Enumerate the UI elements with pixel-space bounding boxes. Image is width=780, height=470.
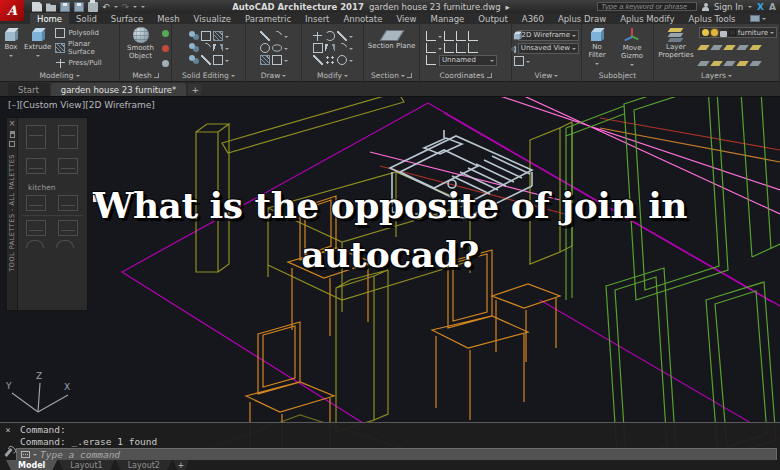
view-panel-label[interactable]: View: [512, 70, 581, 81]
union-icon[interactable]: [189, 31, 195, 37]
extrude-caret-icon[interactable]: [36, 55, 40, 59]
tab-layout1[interactable]: Layout1: [58, 460, 114, 470]
ribbon-tab-annotate[interactable]: Annotate: [336, 13, 389, 24]
ribbon-tab-insert[interactable]: Insert: [298, 13, 336, 24]
green-cabinets[interactable]: [566, 97, 780, 470]
rectangle-icon[interactable]: [272, 55, 282, 65]
press-pull-button[interactable]: Press/Pull: [55, 57, 117, 69]
move-gizmo-button[interactable]: Move Gizmo: [613, 26, 651, 70]
layer-match-icon[interactable]: [749, 45, 762, 50]
title-caret-icon[interactable]: ▸: [506, 2, 510, 12]
palette-tool-tall-cabinet-icon[interactable]: [58, 125, 78, 149]
application-menu-button[interactable]: A: [0, 0, 24, 21]
ribbon-tab-mesh[interactable]: Mesh: [150, 13, 186, 24]
ribbon-tab-output[interactable]: Output: [471, 13, 515, 24]
extract-edges-icon[interactable]: [201, 31, 211, 41]
ucs-caret-icon-2[interactable]: [438, 48, 442, 52]
palette-tool-cabinet-icon[interactable]: [26, 125, 46, 149]
ucs-name-dropdown[interactable]: Unnamed: [439, 55, 497, 66]
hatch-icon[interactable]: [260, 55, 270, 65]
ucs-z-axis-icon[interactable]: [456, 43, 466, 53]
ribbon-tab-view[interactable]: View: [389, 13, 423, 24]
modify-caret-icon-3[interactable]: [349, 60, 353, 64]
extrude-button[interactable]: Extrude: [23, 26, 52, 70]
command-close-icon[interactable]: ×: [5, 426, 10, 434]
arc-icon[interactable]: [270, 29, 284, 43]
ribbon-tab-aplus-modify[interactable]: Aplus Modify: [613, 13, 681, 24]
tab-layout2[interactable]: Layout2: [116, 460, 172, 470]
ribbon-tab-solid[interactable]: Solid: [69, 13, 104, 24]
layer-dropdown[interactable]: furniture: [699, 27, 777, 38]
mesh-panel-label[interactable]: Mesh: [120, 70, 171, 81]
ucs-caret-icon[interactable]: [438, 36, 442, 40]
layers-panel-label[interactable]: Layers: [654, 70, 779, 81]
layer-isolate-icon[interactable]: [697, 45, 710, 50]
sign-in-caret-icon[interactable]: [748, 6, 752, 10]
command-input-caret-icon[interactable]: [33, 454, 37, 458]
customize-wrench-icon[interactable]: [4, 448, 12, 457]
solid-edit-caret-icon-3[interactable]: [225, 60, 229, 64]
draw-caret-icon-3[interactable]: [284, 60, 288, 64]
ribbon-tab-parametric[interactable]: Parametric: [238, 13, 298, 24]
draw-caret-icon[interactable]: [284, 36, 288, 40]
section-plane-button[interactable]: Section Plane: [367, 26, 416, 70]
tab-model[interactable]: Model: [6, 460, 57, 470]
smooth-object-button[interactable]: Smooth Object: [122, 26, 159, 70]
palette-autohide-pin-icon[interactable]: [10, 131, 15, 138]
ribbon-tab-aplus-tools[interactable]: Aplus Tools: [681, 13, 742, 24]
imprint-icon[interactable]: [213, 31, 223, 41]
ucs-world-icon[interactable]: [444, 31, 454, 41]
layer-unlock-tool-icon[interactable]: [736, 61, 749, 66]
plot-icon[interactable]: [88, 2, 98, 12]
viewport-controls[interactable]: [–][Custom View][2D Wireframe]: [8, 100, 155, 110]
ucs-view-icon[interactable]: [468, 43, 478, 53]
coordinates-dialog-launcher-icon[interactable]: [487, 73, 492, 78]
intersect-icon[interactable]: [189, 55, 195, 61]
sign-in-person-icon[interactable]: [702, 3, 709, 11]
move-gizmo-caret-icon[interactable]: [630, 64, 634, 68]
visual-style-dropdown[interactable]: 2D Wireframe: [518, 30, 579, 41]
modeling-panel-label[interactable]: Modeling: [0, 70, 119, 81]
layer-merge-icon[interactable]: [749, 61, 762, 66]
ribbon-tab-a360[interactable]: A360: [515, 13, 551, 24]
ribbon-tab-visualize[interactable]: Visualize: [187, 13, 238, 24]
file-tab-active-drawing[interactable]: garden house 23 furniture*: [51, 83, 187, 96]
solid-edit-caret-icon[interactable]: [225, 36, 229, 40]
solid-edit-caret-icon-2[interactable]: [225, 48, 229, 52]
undo-icon[interactable]: ↶: [102, 2, 110, 12]
copy-icon[interactable]: [313, 43, 323, 53]
autodesk-app-icon[interactable]: A: [769, 2, 776, 12]
undo-caret-icon[interactable]: [114, 6, 118, 10]
layer-walk-icon[interactable]: [710, 61, 723, 66]
olive-cabinets[interactable]: [150, 97, 572, 470]
modify-caret-icon-2[interactable]: [349, 48, 353, 52]
new-drawing-tab-button[interactable]: +: [188, 84, 202, 95]
ribbon-tab-manage[interactable]: Manage: [424, 13, 472, 24]
qat-menu-caret-icon[interactable]: [141, 6, 145, 10]
room-outline[interactable]: [122, 103, 780, 470]
save-icon[interactable]: [60, 2, 70, 12]
layer-lock-icon[interactable]: [720, 31, 727, 37]
rotate-icon[interactable]: [325, 31, 335, 41]
no-filter-button[interactable]: No Filter: [584, 26, 610, 70]
exchange-apps-icon[interactable]: X: [757, 2, 764, 12]
layer-thaw-sun-icon[interactable]: [711, 29, 718, 36]
layer-freeze-icon[interactable]: [710, 45, 723, 50]
redo-caret-icon[interactable]: [133, 6, 137, 10]
ribbon-tab-surface[interactable]: Surface: [104, 13, 150, 24]
layer-make-current-icon[interactable]: [697, 61, 710, 66]
move-icon[interactable]: [313, 31, 323, 41]
scale-icon[interactable]: [337, 55, 347, 65]
planar-surface-button[interactable]: Planar Surface: [55, 42, 117, 54]
box-button[interactable]: Box: [2, 26, 20, 70]
viewport-config-icon[interactable]: [514, 56, 524, 66]
palette-properties-icon[interactable]: [9, 141, 15, 147]
taper-faces-icon[interactable]: [201, 55, 211, 65]
layer-color-swatch[interactable]: [729, 29, 736, 36]
smooth-less-icon[interactable]: [162, 45, 169, 52]
ribbon-tab-aplus-draw[interactable]: Aplus Draw: [551, 13, 613, 24]
draw-caret-icon-2[interactable]: [284, 48, 288, 52]
sign-in-label[interactable]: Sign In: [714, 2, 743, 12]
coordinates-panel-label[interactable]: Coordinates: [420, 70, 511, 81]
polysolid-button[interactable]: Polysolid: [55, 27, 117, 39]
